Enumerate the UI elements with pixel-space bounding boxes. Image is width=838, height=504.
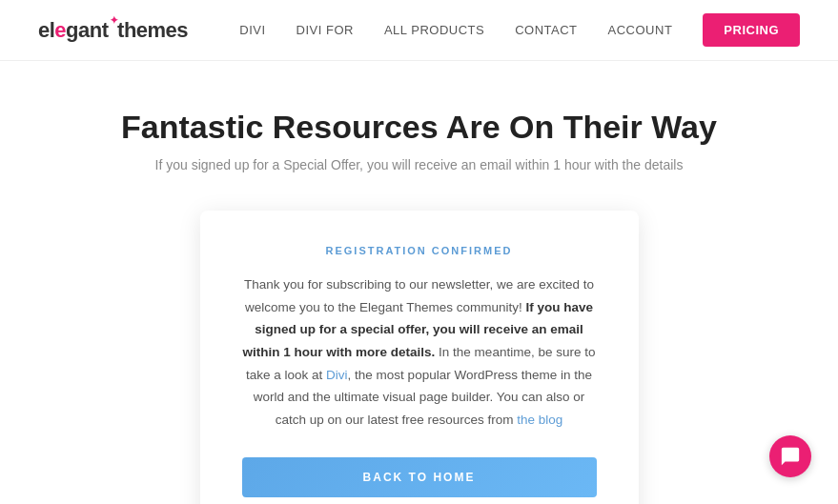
confirmation-card: REGISTRATION CONFIRMED Thank you for sub… bbox=[200, 211, 639, 504]
header: elegant✦themes DIVI DIVI FOR ALL PRODUCT… bbox=[0, 0, 838, 61]
divi-link[interactable]: Divi bbox=[326, 368, 348, 382]
back-to-home-button[interactable]: BACK TO HOME bbox=[242, 457, 597, 497]
logo-text: elegant✦themes bbox=[38, 18, 188, 43]
main-nav: DIVI DIVI FOR ALL PRODUCTS CONTACT ACCOU… bbox=[239, 13, 800, 47]
card-badge: REGISTRATION CONFIRMED bbox=[326, 245, 513, 256]
card-body-text: Thank you for subscribing to our newslet… bbox=[242, 273, 597, 431]
nav-divi[interactable]: DIVI bbox=[239, 23, 265, 37]
card-container: REGISTRATION CONFIRMED Thank you for sub… bbox=[153, 211, 686, 504]
chat-icon bbox=[780, 446, 801, 467]
blog-link[interactable]: the blog bbox=[517, 413, 562, 427]
nav-all-products[interactable]: ALL PRODUCTS bbox=[384, 23, 484, 37]
pricing-button[interactable]: PRICING bbox=[703, 13, 800, 47]
nav-divi-for[interactable]: DIVI FOR bbox=[296, 23, 354, 37]
nav-account[interactable]: ACCOUNT bbox=[608, 23, 673, 37]
chat-bubble-button[interactable] bbox=[769, 435, 811, 477]
page-title: Fantastic Resources Are On Their Way bbox=[121, 109, 717, 146]
logo[interactable]: elegant✦themes bbox=[38, 18, 188, 43]
main-content: Fantastic Resources Are On Their Way If … bbox=[0, 61, 838, 504]
page-subtitle: If you signed up for a Special Offer, yo… bbox=[155, 157, 684, 172]
nav-contact[interactable]: CONTACT bbox=[515, 23, 577, 37]
